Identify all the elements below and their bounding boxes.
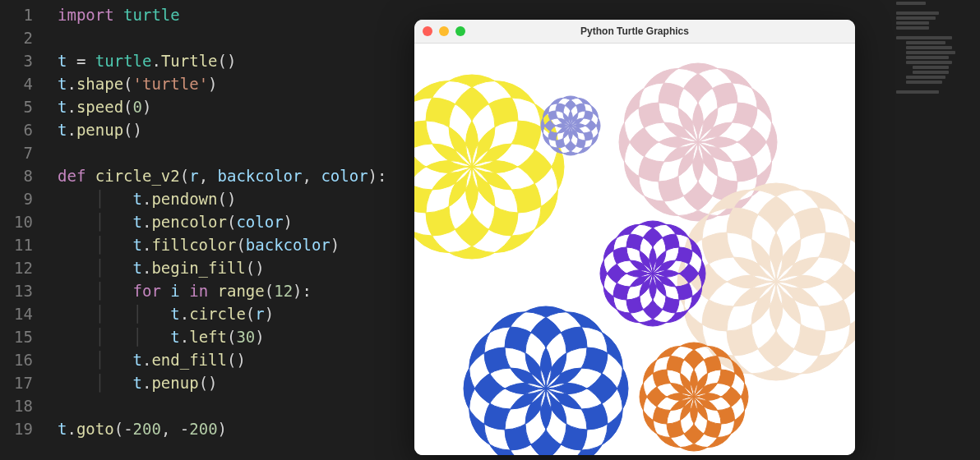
rosette <box>619 63 777 221</box>
code-line[interactable]: │ t.penup() <box>58 371 386 394</box>
code-line[interactable]: │ t.pendown() <box>58 187 386 210</box>
line-number: 19 <box>0 417 39 440</box>
code-line[interactable]: t.goto(-200, -200) <box>58 417 386 440</box>
line-number: 16 <box>0 348 39 371</box>
line-number: 12 <box>0 256 39 279</box>
line-number: 10 <box>0 210 39 233</box>
code-line[interactable]: │ for i in range(12): <box>58 279 386 302</box>
code-line[interactable]: │ t.end_fill() <box>58 348 386 371</box>
zoom-icon[interactable] <box>455 26 465 36</box>
line-number: 18 <box>0 394 39 417</box>
code-line[interactable]: t.shape('turtle') <box>58 72 386 95</box>
code-line[interactable] <box>58 26 386 49</box>
code-line[interactable]: │ t.begin_fill() <box>58 256 386 279</box>
code-line[interactable]: │ │ t.left(30) <box>58 325 386 348</box>
line-number: 2 <box>0 26 39 49</box>
code-line[interactable]: def circle_v2(r, backcolor, color): <box>58 164 386 187</box>
line-number: 15 <box>0 325 39 348</box>
line-number: 17 <box>0 371 39 394</box>
line-number: 6 <box>0 118 39 141</box>
window-traffic-lights[interactable] <box>423 26 465 36</box>
close-icon[interactable] <box>423 26 432 36</box>
line-number: 4 <box>0 72 39 95</box>
turtle-canvas <box>414 44 855 455</box>
rosette <box>464 306 628 455</box>
line-number: 9 <box>0 187 39 210</box>
line-number: 14 <box>0 302 39 325</box>
minimize-icon[interactable] <box>439 26 449 36</box>
line-number: 13 <box>0 279 39 302</box>
window-titlebar[interactable]: Python Turtle Graphics <box>414 20 855 44</box>
line-number: 5 <box>0 95 39 118</box>
line-number: 11 <box>0 233 39 256</box>
rosette <box>541 96 600 155</box>
code-line[interactable]: │ t.fillcolor(backcolor) <box>58 233 386 256</box>
line-number: 8 <box>0 164 39 187</box>
code-line[interactable]: │ t.pencolor(color) <box>58 210 386 233</box>
turtle-graphics-window[interactable]: Python Turtle Graphics <box>414 20 855 455</box>
rosette <box>414 75 564 259</box>
line-number: 7 <box>0 141 39 164</box>
window-title: Python Turtle Graphics <box>580 25 689 37</box>
code-line[interactable]: │ │ t.circle(r) <box>58 302 386 325</box>
code-area[interactable]: import turtlet = turtle.Turtle()t.shape(… <box>58 3 386 440</box>
code-line[interactable]: t = turtle.Turtle() <box>58 49 386 72</box>
code-line[interactable] <box>58 141 386 164</box>
line-number: 1 <box>0 3 39 26</box>
line-number-gutter: 12345678910111213141516171819 <box>0 0 39 440</box>
code-line[interactable]: import turtle <box>58 3 386 26</box>
code-line[interactable]: t.penup() <box>58 118 386 141</box>
line-number: 3 <box>0 49 39 72</box>
code-line[interactable] <box>58 394 386 417</box>
code-line[interactable]: t.speed(0) <box>58 95 386 118</box>
